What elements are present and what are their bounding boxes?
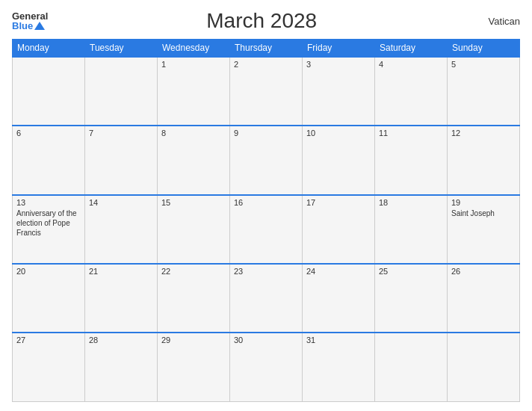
day-number: 27 <box>16 336 81 344</box>
calendar-cell: 9 <box>230 126 303 194</box>
calendar-cell: 27 <box>13 333 85 401</box>
calendar-cell: 31 <box>303 333 375 401</box>
weekday-header-row: Monday Tuesday Wednesday Thursday Friday… <box>13 40 520 58</box>
calendar-week-row: 20212223242526 <box>13 264 520 333</box>
calendar-week-row: 13Anniversary of the election of Pope Fr… <box>13 195 520 264</box>
calendar-cell: 5 <box>448 57 520 126</box>
calendar-cell: 20 <box>13 264 85 333</box>
day-number: 6 <box>16 129 81 137</box>
day-number: 28 <box>89 336 153 344</box>
day-number: 16 <box>234 198 298 207</box>
header-sunday: Sunday <box>448 40 520 58</box>
calendar-cell: 30 <box>230 333 303 401</box>
day-number: 31 <box>306 336 371 344</box>
day-number: 22 <box>161 267 226 276</box>
header-friday: Friday <box>303 40 375 58</box>
calendar-title: March 2028 <box>48 9 475 33</box>
event-text: Saint Joseph <box>451 208 516 218</box>
calendar-week-row: 2728293031 <box>13 333 520 401</box>
calendar-cell: 28 <box>85 333 158 401</box>
calendar-cell: 21 <box>85 264 158 333</box>
day-number: 3 <box>306 60 371 69</box>
day-number: 30 <box>234 336 298 344</box>
day-number: 26 <box>451 267 516 276</box>
calendar-cell <box>13 57 85 126</box>
calendar-cell: 1 <box>158 57 230 126</box>
calendar-cell: 8 <box>158 126 230 194</box>
calendar-table: Monday Tuesday Wednesday Thursday Friday… <box>12 39 520 402</box>
calendar-cell: 19Saint Joseph <box>448 195 520 264</box>
header-thursday: Thursday <box>230 40 303 58</box>
header-wednesday: Wednesday <box>158 40 230 58</box>
day-number: 19 <box>451 198 516 207</box>
calendar-cell: 25 <box>375 264 448 333</box>
day-number: 29 <box>161 336 226 344</box>
calendar-cell: 14 <box>85 195 158 264</box>
calendar-cell <box>85 57 158 126</box>
day-number: 25 <box>379 267 443 276</box>
calendar-cell: 6 <box>13 126 85 194</box>
country-label: Vatican <box>475 16 520 27</box>
day-number: 15 <box>161 198 226 207</box>
day-number: 24 <box>306 267 371 276</box>
day-number: 4 <box>379 60 443 69</box>
calendar-cell: 18 <box>375 195 448 264</box>
calendar-cell: 12 <box>448 126 520 194</box>
calendar-cell <box>448 333 520 401</box>
day-number: 2 <box>234 60 298 69</box>
calendar-header: General Blue March 2028 Vatican <box>12 9 520 33</box>
day-number: 18 <box>379 198 443 207</box>
day-number: 23 <box>234 267 298 276</box>
calendar-cell: 15 <box>158 195 230 264</box>
calendar-cell: 23 <box>230 264 303 333</box>
calendar-cell: 29 <box>158 333 230 401</box>
calendar-week-row: 12345 <box>13 57 520 126</box>
day-number: 5 <box>451 60 516 69</box>
day-number: 11 <box>379 129 443 137</box>
calendar-week-row: 6789101112 <box>13 126 520 194</box>
calendar-cell: 13Anniversary of the election of Pope Fr… <box>13 195 85 264</box>
logo-blue-text: Blue <box>12 21 33 31</box>
calendar-cell: 7 <box>85 126 158 194</box>
calendar-page: General Blue March 2028 Vatican Monday T… <box>0 0 532 411</box>
calendar-cell: 10 <box>303 126 375 194</box>
header-saturday: Saturday <box>375 40 448 58</box>
calendar-cell: 22 <box>158 264 230 333</box>
day-number: 21 <box>89 267 153 276</box>
day-number: 20 <box>16 267 81 276</box>
day-number: 7 <box>89 129 153 137</box>
calendar-cell: 2 <box>230 57 303 126</box>
calendar-cell: 4 <box>375 57 448 126</box>
calendar-cell: 16 <box>230 195 303 264</box>
calendar-cell: 3 <box>303 57 375 126</box>
day-number: 13 <box>16 198 81 207</box>
header-tuesday: Tuesday <box>85 40 158 58</box>
calendar-cell: 17 <box>303 195 375 264</box>
header-monday: Monday <box>13 40 85 58</box>
day-number: 9 <box>234 129 298 137</box>
calendar-cell <box>375 333 448 401</box>
event-text: Anniversary of the election of Pope Fran… <box>16 208 81 238</box>
day-number: 14 <box>89 198 153 207</box>
day-number: 17 <box>306 198 371 207</box>
day-number: 10 <box>306 129 371 137</box>
calendar-cell: 26 <box>448 264 520 333</box>
calendar-cell: 24 <box>303 264 375 333</box>
calendar-cell: 11 <box>375 126 448 194</box>
day-number: 12 <box>451 129 516 137</box>
day-number: 1 <box>161 60 226 69</box>
logo-triangle-icon <box>34 22 45 30</box>
day-number: 8 <box>161 129 226 137</box>
logo: General Blue <box>12 11 48 31</box>
